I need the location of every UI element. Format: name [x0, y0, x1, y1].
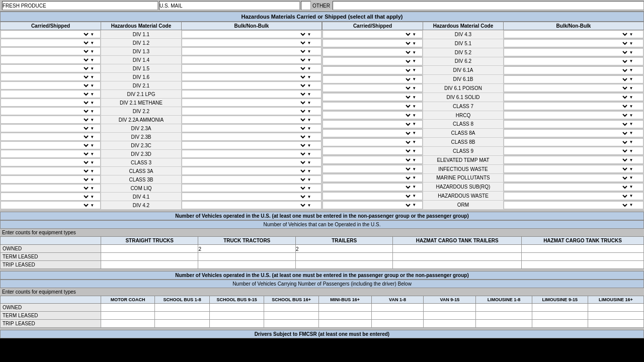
carried-shipped-left-8[interactable]: ▼ [1, 99, 101, 107]
vehicle-owned-straight[interactable] [101, 245, 198, 253]
bulk-left-3[interactable]: ▼ [182, 56, 322, 64]
carried-shipped-left-7[interactable]: ▼ [1, 90, 101, 99]
vehicle-trip-tractors[interactable] [198, 261, 295, 269]
carried-shipped-left-13[interactable]: ▼ [1, 141, 101, 150]
carried-shipped-right-6[interactable]: ▼ [323, 84, 423, 93]
carried-shipped-left-5[interactable]: ▼ [1, 73, 101, 81]
passenger-cell-1-5[interactable] [371, 312, 424, 320]
bulk-left-5[interactable]: ▼ [182, 73, 322, 81]
passenger-cell-0-7[interactable] [476, 304, 532, 312]
vehicle-trip-straight[interactable] [101, 261, 198, 269]
passenger-cell-1-6[interactable] [424, 312, 476, 320]
bulk-left-16[interactable]: ▼ [182, 167, 322, 175]
passenger-cell-1-3[interactable] [264, 312, 319, 320]
carried-shipped-left-10[interactable]: ▼ [1, 116, 101, 124]
other-input[interactable] [333, 1, 644, 10]
passenger-cell-1-4[interactable] [318, 312, 371, 320]
vehicle-term-tractors[interactable] [198, 253, 295, 261]
carried-shipped-right-15[interactable]: ▼ [323, 164, 423, 173]
bulk-left-12[interactable]: ▼ [182, 133, 322, 141]
passenger-cell-0-5[interactable] [371, 304, 424, 312]
carried-shipped-left-20[interactable]: ▼ [1, 201, 101, 210]
bulk-left-7[interactable]: ▼ [182, 90, 322, 99]
carried-shipped-left-1[interactable]: ▼ [1, 39, 101, 47]
carried-shipped-left-0[interactable]: ▼ [1, 30, 101, 39]
bulk-right-6[interactable]: ▼ [504, 84, 644, 93]
bulk-left-6[interactable]: ▼ [182, 81, 322, 90]
bulk-left-8[interactable]: ▼ [182, 99, 322, 107]
carried-shipped-left-3[interactable]: ▼ [1, 56, 101, 64]
bulk-right-18[interactable]: ▼ [504, 192, 644, 201]
bulk-left-2[interactable]: ▼ [182, 47, 322, 56]
bulk-left-9[interactable]: ▼ [182, 107, 322, 116]
vehicle-owned-hazmat-trailers[interactable] [393, 245, 522, 253]
carried-shipped-right-8[interactable]: ▼ [323, 102, 423, 111]
carried-shipped-left-18[interactable]: ▼ [1, 184, 101, 193]
passenger-cell-2-4[interactable] [318, 320, 371, 328]
passenger-cell-0-9[interactable] [588, 304, 643, 312]
passenger-cell-0-1[interactable] [155, 304, 210, 312]
passenger-cell-2-7[interactable] [476, 320, 532, 328]
bulk-right-5[interactable]: ▼ [504, 75, 644, 84]
carried-shipped-right-7[interactable]: ▼ [323, 93, 423, 102]
carried-shipped-left-11[interactable]: ▼ [1, 124, 101, 133]
passenger-cell-1-8[interactable] [532, 312, 588, 320]
carried-shipped-right-14[interactable]: ▼ [323, 155, 423, 164]
bulk-left-20[interactable]: ▼ [182, 201, 322, 210]
bulk-left-13[interactable]: ▼ [182, 141, 322, 150]
bulk-left-15[interactable]: ▼ [182, 158, 322, 167]
passenger-cell-2-2[interactable] [209, 320, 264, 328]
passenger-cell-0-0[interactable] [101, 304, 155, 312]
passenger-cell-1-7[interactable] [476, 312, 532, 320]
bulk-right-4[interactable]: ▼ [504, 66, 644, 75]
carried-shipped-left-2[interactable]: ▼ [1, 47, 101, 56]
carried-shipped-right-16[interactable]: ▼ [323, 173, 423, 183]
carried-shipped-right-13[interactable]: ▼ [323, 146, 423, 155]
carried-shipped-right-12[interactable]: ▼ [323, 138, 423, 147]
bulk-right-2[interactable]: ▼ [504, 48, 644, 57]
bulk-left-1[interactable]: ▼ [182, 39, 322, 47]
carried-shipped-right-18[interactable]: ▼ [323, 192, 423, 201]
carried-shipped-right-5[interactable]: ▼ [323, 75, 423, 84]
bulk-right-0[interactable]: ▼ [504, 30, 644, 39]
bulk-left-10[interactable]: ▼ [182, 116, 322, 124]
bulk-right-1[interactable]: ▼ [504, 39, 644, 48]
carried-shipped-left-6[interactable]: ▼ [1, 81, 101, 90]
bulk-right-13[interactable]: ▼ [504, 146, 644, 155]
passenger-cell-2-0[interactable] [101, 320, 155, 328]
passenger-cell-2-5[interactable] [371, 320, 424, 328]
vehicle-owned-hazmat-trucks[interactable] [522, 245, 644, 253]
bulk-right-3[interactable]: ▼ [504, 57, 644, 66]
bulk-right-14[interactable]: ▼ [504, 155, 644, 164]
vehicle-term-hazmat-trucks[interactable] [522, 253, 644, 261]
passenger-cell-2-1[interactable] [155, 320, 210, 328]
carried-shipped-left-12[interactable]: ▼ [1, 133, 101, 141]
vehicle-owned-tractors[interactable] [198, 245, 295, 253]
fresh-produce-input[interactable] [2, 1, 158, 10]
bulk-left-17[interactable]: ▼ [182, 175, 322, 184]
carried-shipped-left-9[interactable]: ▼ [1, 107, 101, 116]
carried-shipped-right-17[interactable]: ▼ [323, 183, 423, 192]
passenger-cell-2-8[interactable] [532, 320, 588, 328]
bulk-right-16[interactable]: ▼ [504, 173, 644, 183]
carried-shipped-left-17[interactable]: ▼ [1, 175, 101, 184]
passenger-cell-2-6[interactable] [424, 320, 476, 328]
carried-shipped-left-16[interactable]: ▼ [1, 167, 101, 175]
carried-shipped-right-9[interactable]: ▼ [323, 111, 423, 120]
passenger-cell-1-2[interactable] [209, 312, 264, 320]
carried-shipped-right-4[interactable]: ▼ [323, 66, 423, 75]
bulk-left-4[interactable]: ▼ [182, 64, 322, 73]
passenger-cell-0-3[interactable] [264, 304, 319, 312]
vehicle-term-trailers[interactable] [295, 253, 392, 261]
carried-shipped-left-19[interactable]: ▼ [1, 193, 101, 201]
bulk-left-19[interactable]: ▼ [182, 193, 322, 201]
carried-shipped-right-11[interactable]: ▼ [323, 129, 423, 138]
passenger-cell-0-2[interactable] [209, 304, 264, 312]
bulk-right-11[interactable]: ▼ [504, 129, 644, 138]
carried-shipped-right-2[interactable]: ▼ [323, 48, 423, 57]
bulk-right-12[interactable]: ▼ [504, 138, 644, 147]
vehicle-trip-trailers[interactable] [295, 261, 392, 269]
us-mail-input[interactable] [159, 1, 300, 10]
bulk-left-14[interactable]: ▼ [182, 150, 322, 158]
passenger-cell-1-9[interactable] [588, 312, 643, 320]
